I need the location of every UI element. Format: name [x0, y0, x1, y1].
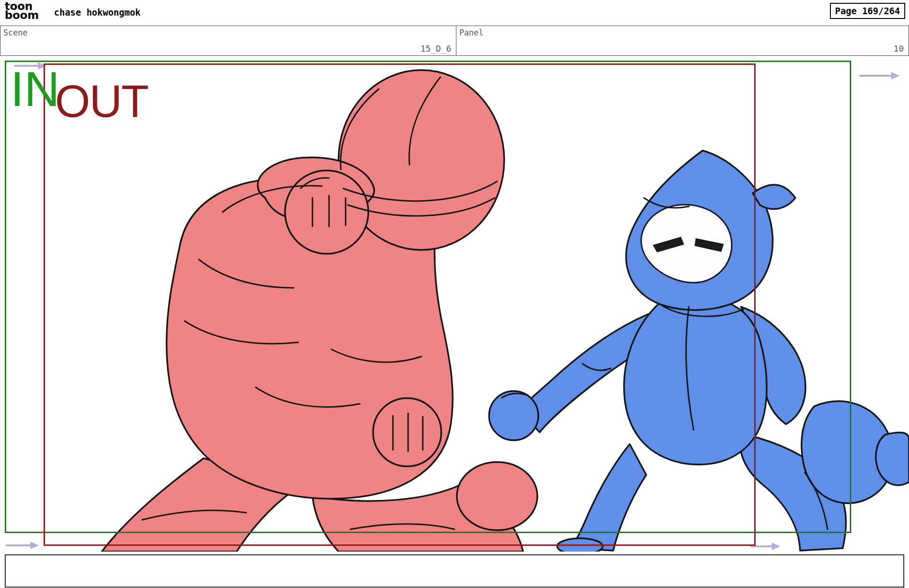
logo-line2: boom	[5, 11, 39, 20]
panel-field: Panel 10	[456, 26, 909, 56]
camera-in-label: IN	[10, 64, 60, 114]
page-number-box: Page 169/264	[830, 3, 905, 19]
blue-character	[489, 151, 909, 552]
storyboard-page: toon boom chase hokwongmok Page 169/264 …	[0, 0, 909, 588]
panel-value: 10	[893, 44, 904, 53]
panel-drawing	[0, 56, 909, 552]
scene-field: Scene 15_D_6	[0, 26, 456, 56]
arrow-bottom-left	[6, 542, 39, 549]
red-lower-fist	[373, 398, 441, 466]
storyboard-panel: IN OUT	[0, 56, 909, 552]
blue-left-leg	[572, 444, 646, 551]
blue-fist	[489, 391, 538, 440]
panel-label: Panel	[459, 28, 483, 37]
blue-hood-flap	[753, 185, 795, 209]
red-character	[102, 70, 537, 552]
scene-value: 15_D_6	[420, 44, 451, 53]
project-title: chase hokwongmok	[54, 7, 141, 18]
blue-left-foot	[557, 538, 603, 552]
arrow-top-right	[859, 72, 900, 80]
scene-label: Scene	[3, 28, 27, 37]
camera-out-label: OUT	[55, 79, 148, 124]
toonboom-logo: toon boom	[5, 2, 39, 20]
caption-box	[5, 554, 904, 588]
red-raised-fist	[285, 170, 368, 254]
arrow-bottom-right	[750, 543, 780, 550]
header: toon boom chase hokwongmok Page 169/264	[0, 0, 909, 26]
metadata-row: Scene 15_D_6 Panel 10	[0, 26, 909, 56]
red-knee	[457, 462, 537, 530]
blue-torso	[624, 297, 766, 464]
